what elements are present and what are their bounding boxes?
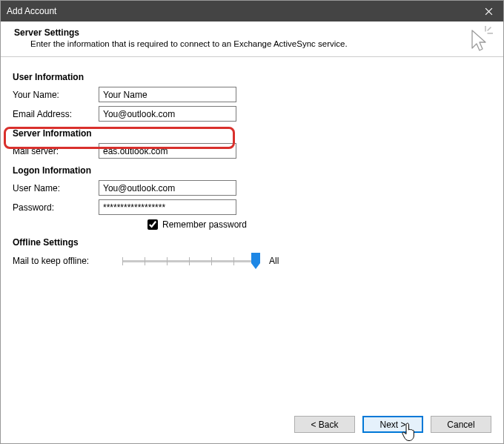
wizard-button-bar: < Back Next > Cancel: [1, 408, 503, 443]
add-account-dialog: Add Account Server Settings Enter the in…: [0, 0, 504, 444]
user-name-label: User Name:: [13, 183, 99, 193]
password-label: Password:: [13, 202, 99, 213]
offline-slider[interactable]: [122, 252, 256, 270]
your-name-input[interactable]: [99, 87, 236, 102]
wizard-body: User Information Your Name: Email Addres…: [1, 57, 503, 408]
wizard-header: Server Settings Enter the information th…: [1, 21, 503, 57]
close-icon: [485, 7, 493, 16]
email-address-input[interactable]: [99, 106, 236, 122]
svg-line-2: [488, 27, 491, 30]
remember-password-label: Remember password: [162, 219, 247, 230]
section-offline-settings: Offline Settings: [13, 237, 491, 248]
mail-server-label: Mail server:: [13, 146, 99, 156]
remember-password-checkbox[interactable]: [147, 219, 158, 230]
section-user-information: User Information: [13, 72, 491, 82]
slider-track: [122, 260, 256, 262]
click-cursor-icon: [468, 26, 493, 53]
section-server-information: Server Information: [13, 128, 491, 139]
remember-password-row: Remember password: [147, 219, 491, 230]
header-title: Server Settings: [14, 27, 491, 38]
titlebar: Add Account: [1, 1, 503, 21]
email-address-label: Email Address:: [13, 109, 99, 119]
slider-thumb[interactable]: [251, 253, 260, 269]
next-button[interactable]: Next >: [362, 416, 423, 433]
cancel-button[interactable]: Cancel: [431, 416, 491, 433]
user-name-input[interactable]: [99, 180, 236, 196]
password-input[interactable]: [99, 199, 236, 215]
section-logon-information: Logon Information: [13, 165, 491, 176]
mail-server-input[interactable]: [99, 143, 236, 159]
header-subtitle: Enter the information that is required t…: [30, 39, 491, 48]
window-title: Add Account: [7, 6, 474, 16]
back-button[interactable]: < Back: [294, 416, 355, 433]
mail-to-keep-offline-label: Mail to keep offline:: [13, 256, 122, 266]
your-name-label: Your Name:: [13, 90, 99, 100]
close-button[interactable]: [474, 1, 503, 21]
slider-end-label: All: [269, 256, 279, 266]
